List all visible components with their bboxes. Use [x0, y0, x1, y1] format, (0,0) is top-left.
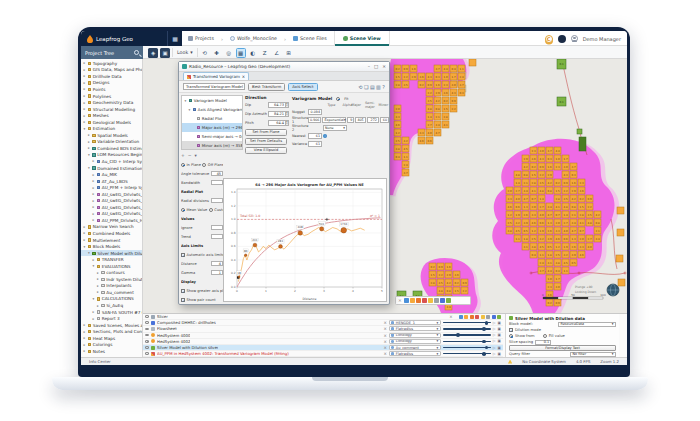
opacity-slider[interactable] [443, 338, 491, 344]
colouring-select[interactable]: HENGDE_1▾ [389, 320, 441, 325]
expander-icon[interactable]: ▸ [97, 290, 100, 294]
expander-open-icon[interactable]: ▾ [88, 251, 91, 255]
scene-tool-icon-6[interactable]: ◐ [248, 48, 258, 58]
user-avatar-icon[interactable] [571, 35, 578, 42]
checkbox[interactable]: ✓ [181, 289, 185, 293]
model-value-input[interactable]: 0.094 [308, 109, 322, 115]
chart-icon[interactable]: ▥ [376, 84, 381, 90]
variogram-point[interactable] [341, 227, 347, 233]
remove-shape-icon[interactable]: × [383, 345, 386, 350]
expander-icon[interactable]: ▸ [97, 304, 100, 308]
expander-icon[interactable]: ▸ [83, 238, 86, 242]
variogram-point[interactable] [298, 231, 303, 236]
fit-radio[interactable] [336, 97, 340, 101]
tab-scene-view[interactable]: Scene View [334, 31, 390, 46]
expander-icon[interactable]: ▸ [83, 231, 86, 235]
display-option-icon[interactable] [459, 315, 463, 319]
display-option-icon[interactable] [464, 315, 468, 319]
options-icon[interactable]: ▣ [498, 327, 501, 331]
expander-icon[interactable]: ▸ [92, 192, 95, 196]
ore-block[interactable] [469, 59, 476, 66]
expander-icon[interactable]: ▸ [92, 317, 95, 321]
help-icon[interactable]: ? [382, 84, 385, 90]
expander-open-icon[interactable]: ▾ [92, 297, 95, 301]
best-transform-button[interactable]: Best Transform [248, 83, 285, 91]
central-icon[interactable]: C [545, 35, 553, 43]
visibility-eye-icon[interactable] [145, 340, 149, 343]
set-from-plane-button[interactable]: Set From Plane [245, 129, 287, 137]
display-option-icon[interactable] [481, 315, 485, 319]
scene-tool-icon-1[interactable]: ▣ [160, 48, 170, 58]
remove-shape-icon[interactable]: × [449, 314, 452, 319]
expander-open-icon[interactable]: ▾ [83, 245, 86, 249]
expander-icon[interactable]: ▸ [88, 140, 91, 144]
variogram-point[interactable] [320, 227, 324, 231]
view-ellipsoid-button[interactable]: View Ellipsoid [245, 147, 287, 155]
type-select[interactable]: None▾ [323, 125, 347, 131]
tab-close-icon[interactable]: × [242, 74, 245, 79]
waste-block[interactable] [579, 137, 586, 151]
visibility-eye-icon[interactable] [145, 321, 149, 324]
opacity-slider[interactable] [443, 320, 491, 326]
expand-icon[interactable]: ▷ [493, 339, 496, 343]
options-icon[interactable]: ▣ [498, 346, 501, 350]
variogram-point[interactable] [279, 245, 283, 249]
shape-color-icon[interactable] [428, 298, 433, 303]
options-icon[interactable]: ▣ [498, 321, 501, 325]
colouring-select[interactable]: Lithology▾ [389, 333, 441, 338]
direction-field-input[interactable]: 84.21 [268, 111, 286, 117]
close-icon[interactable]: × [382, 64, 386, 69]
shape-color-icon[interactable] [434, 298, 439, 303]
expand-icon[interactable]: ▷ [493, 333, 496, 337]
expander-icon[interactable]: ▸ [97, 277, 100, 281]
direction-field-input[interactable]: 64.4 [268, 120, 286, 126]
scene-tool-icon-7[interactable]: Z [260, 48, 270, 58]
alpha-input[interactable]: 9 [347, 117, 354, 123]
form-field-input[interactable]: 4 [211, 261, 223, 267]
visibility-eye-icon[interactable] [145, 315, 149, 318]
slice-spacing-input[interactable]: 0.1 [535, 340, 551, 345]
display-option-icon[interactable] [486, 315, 490, 319]
variogram-point[interactable] [238, 276, 240, 278]
form-field-input[interactable] [211, 225, 223, 231]
colouring-select[interactable]: Flatradius▾ [389, 351, 441, 356]
radio-button[interactable] [181, 208, 185, 212]
semi-major-input[interactable]: 272 [367, 117, 379, 123]
remove-shape-icon[interactable]: × [383, 320, 386, 325]
expand-icon[interactable]: ▷ [493, 321, 496, 325]
minor-input[interactable]: 60 [380, 117, 389, 123]
expander-icon[interactable]: ▸ [83, 101, 86, 105]
block-model-select[interactable]: ResourceData▾ [558, 322, 616, 327]
slider-thumb[interactable] [482, 352, 486, 356]
spinner-icon[interactable]: ▴▾ [286, 111, 289, 117]
form-field-input[interactable] [211, 180, 223, 186]
nav-scene-files[interactable]: Scene Files [290, 36, 330, 41]
display-option-icon[interactable] [475, 315, 479, 319]
expander-icon[interactable]: ▸ [92, 310, 95, 314]
theme-icon[interactable] [558, 35, 566, 43]
set-from-defaults-button[interactable]: Set From Defaults [245, 138, 287, 146]
checkbox[interactable]: ✓ [181, 298, 185, 302]
slider-thumb[interactable] [482, 340, 486, 344]
show-from-radio[interactable] [509, 334, 513, 338]
expander-icon[interactable]: ▸ [83, 87, 86, 91]
expander-icon[interactable]: ▸ [83, 114, 86, 118]
variogram-list-item[interactable]: Major axis (m) → 296 [182, 123, 242, 132]
expander-icon[interactable]: ▸ [83, 120, 86, 124]
options-icon[interactable]: ▣ [498, 352, 501, 356]
radio-button[interactable] [181, 163, 185, 167]
display-option-icon[interactable] [470, 315, 474, 319]
shape-color-icon[interactable] [416, 298, 421, 303]
info-center-label[interactable]: Info Center [89, 359, 111, 364]
radio-button[interactable] [209, 208, 213, 212]
expander-icon[interactable]: ▸ [92, 258, 95, 262]
variogram-point[interactable] [253, 243, 257, 247]
direction-field-input[interactable]: 64.73 [268, 102, 286, 108]
app-grid-icon[interactable]: ▦ [167, 31, 182, 46]
spinner-icon[interactable]: ▴▾ [286, 120, 289, 126]
tab-transformed-variogram[interactable]: Transformed Variogram × [183, 72, 249, 80]
expander-icon[interactable]: ▸ [83, 323, 86, 327]
expand-icon[interactable]: ▷ [493, 327, 496, 331]
scene-tool-icon-0[interactable]: ◈ [148, 48, 158, 58]
ore-block[interactable] [618, 279, 625, 286]
